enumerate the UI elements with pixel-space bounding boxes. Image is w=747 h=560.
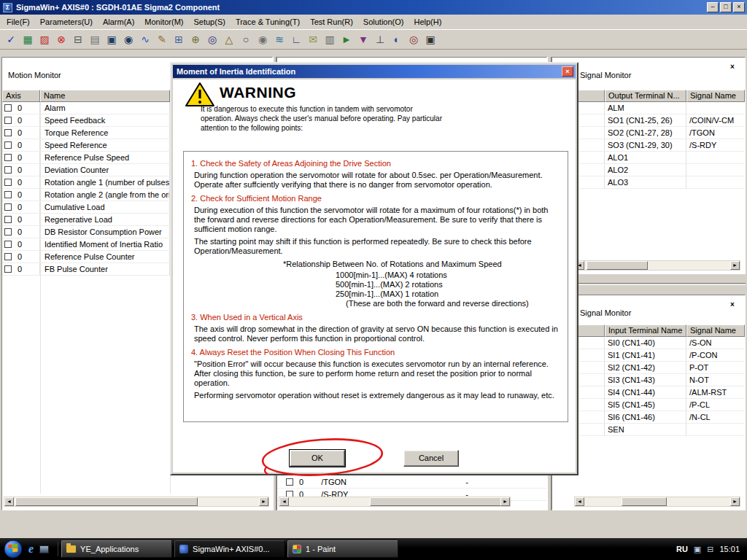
- input-signal-hscrollbar[interactable]: ◄ ►: [574, 497, 740, 507]
- row-checkbox[interactable]: [4, 216, 12, 223]
- envelope-icon[interactable]: ✉: [305, 31, 321, 47]
- scroll-right-arrow-icon[interactable]: ►: [500, 497, 510, 506]
- input-signal-row[interactable]: SI3 (CN1-43) N-OT: [552, 374, 745, 386]
- alarm-circle-x-icon[interactable]: ⊗: [53, 31, 69, 47]
- row-checkbox[interactable]: [4, 253, 12, 260]
- tray-display-icon[interactable]: ▣: [694, 545, 701, 554]
- dialog-titlebar[interactable]: Moment of Inertia Identification ×: [173, 65, 576, 78]
- scroll-right-arrow-icon[interactable]: ►: [730, 497, 740, 506]
- pencil-chart-icon[interactable]: ✎: [154, 31, 170, 47]
- scroll-right-arrow-icon[interactable]: ►: [730, 261, 740, 270]
- input-signal-row[interactable]: SI6 (CN1-46) /N-CL: [552, 411, 745, 424]
- motion-monitor-hscrollbar[interactable]: ◄ ►: [4, 497, 269, 507]
- funnel-icon[interactable]: ▼: [355, 31, 371, 47]
- hidden-monitor-row[interactable]: 0 /TGON -: [277, 476, 546, 489]
- hidden-monitor-hscrollbar[interactable]: ◄ ►: [279, 497, 511, 507]
- scroll-thumb[interactable]: [622, 497, 667, 506]
- menu-item[interactable]: Test Run(R): [305, 15, 358, 28]
- waveform-icon[interactable]: ≋: [271, 31, 287, 47]
- screen-icon[interactable]: ▣: [422, 31, 438, 47]
- search-chart-icon[interactable]: ◐: [389, 31, 405, 47]
- monitor-icon[interactable]: ▣: [104, 31, 120, 47]
- menu-item[interactable]: Trace & Tuning(T): [231, 15, 305, 28]
- menu-item[interactable]: File(F): [1, 15, 35, 28]
- cancel-button[interactable]: Cancel: [403, 450, 459, 467]
- window-titlebar[interactable]: Σ SigmaWin+ AXIS#0 : SGDH-01AE Sigma2 Co…: [0, 0, 747, 15]
- taskbar-task-paint[interactable]: 1 - Paint: [287, 540, 398, 558]
- quick-launch-app-icon[interactable]: [39, 545, 49, 553]
- antenna-icon[interactable]: ⊥: [372, 31, 388, 47]
- scroll-thumb[interactable]: [370, 497, 501, 506]
- row-checkbox[interactable]: [4, 228, 12, 236]
- input-signal-row[interactable]: SI1 (CN1-41) /P-CON: [552, 349, 745, 362]
- check-icon[interactable]: ✓: [3, 31, 19, 47]
- column-header-output-terminal[interactable]: Output Terminal N...: [605, 90, 686, 102]
- input-signal-row[interactable]: SI2 (CN1-42) P-OT: [552, 362, 745, 374]
- menu-item[interactable]: Parameters(U): [35, 15, 98, 28]
- row-checkbox[interactable]: [4, 117, 12, 124]
- scroll-thumb[interactable]: [15, 497, 198, 506]
- window-grid-icon[interactable]: ⊞: [171, 31, 187, 47]
- row-checkbox[interactable]: [286, 478, 293, 486]
- scroll-thumb[interactable]: [587, 261, 648, 270]
- xy-plot-icon[interactable]: ∟: [288, 31, 304, 47]
- row-checkbox[interactable]: [4, 166, 12, 174]
- output-signal-row[interactable]: ALO1: [552, 152, 745, 164]
- ok-button[interactable]: OK: [290, 450, 345, 467]
- magnifier-icon[interactable]: ○: [238, 31, 254, 47]
- output-signal-row[interactable]: SO1 (CN1-25, 26) /COIN/V-CM: [552, 114, 745, 127]
- row-checkbox[interactable]: [4, 191, 12, 198]
- menu-item[interactable]: Help(H): [409, 15, 446, 28]
- magnifier-graph-icon[interactable]: ◎: [204, 31, 220, 47]
- output-signal-hscrollbar[interactable]: ◄ ►: [574, 260, 740, 271]
- input-signal-row[interactable]: SI5 (CN1-45) /P-CL: [552, 399, 745, 411]
- test-run-icon[interactable]: ►: [338, 31, 355, 47]
- tray-device-icon[interactable]: ⊟: [707, 545, 713, 554]
- output-signal-row[interactable]: ALO3: [552, 176, 745, 189]
- minimize-button[interactable]: –: [707, 2, 719, 12]
- column-header-input-terminal[interactable]: Input Terminal Name: [605, 324, 686, 337]
- row-checkbox[interactable]: [4, 203, 12, 211]
- menu-item[interactable]: Alarm(A): [98, 15, 139, 28]
- input-signal-row[interactable]: SEN: [552, 424, 745, 436]
- menu-item[interactable]: Monitor(M): [139, 15, 188, 28]
- panel-close-icon[interactable]: ×: [727, 300, 738, 309]
- printer-icon[interactable]: ⊟: [70, 31, 86, 47]
- column-header-axis[interactable]: Axis: [2, 90, 40, 102]
- input-signal-row[interactable]: SI0 (CN1-40) /S-ON: [552, 337, 745, 349]
- column-header-signal-name[interactable]: Signal Name: [686, 90, 745, 102]
- scroll-left-arrow-icon[interactable]: ◄: [4, 497, 14, 506]
- scroll-right-arrow-icon[interactable]: ►: [259, 497, 268, 506]
- document-icon[interactable]: ▤: [87, 31, 103, 47]
- close-button[interactable]: ×: [733, 2, 745, 12]
- notepad-icon[interactable]: ▥: [322, 31, 338, 47]
- output-signal-row[interactable]: ALM: [552, 102, 745, 114]
- taskbar-task-ye-applications[interactable]: YE_Applications: [61, 540, 172, 558]
- output-signal-row[interactable]: SO2 (CN1-27, 28) /TGON: [552, 127, 745, 139]
- gears-icon[interactable]: ⊕: [187, 31, 204, 47]
- red-graph-icon[interactable]: ▨: [36, 31, 53, 47]
- row-checkbox[interactable]: [4, 154, 12, 161]
- restore-button[interactable]: □: [720, 2, 732, 12]
- monitor-graph-icon[interactable]: ◉: [120, 31, 136, 47]
- start-button[interactable]: [4, 540, 23, 559]
- panel-close-icon[interactable]: ×: [727, 62, 738, 71]
- output-signal-row[interactable]: SO3 (CN1-29, 30) /S-RDY: [552, 139, 745, 152]
- row-checkbox[interactable]: [4, 141, 12, 149]
- scroll-left-arrow-icon[interactable]: ◄: [575, 497, 584, 506]
- horizontal-splitter[interactable]: [551, 283, 746, 285]
- taskbar-task-sigmawin[interactable]: SigmaWin+ AXIS#0...: [174, 540, 285, 558]
- row-checkbox[interactable]: [4, 179, 12, 186]
- menu-item[interactable]: Solution(O): [358, 15, 409, 28]
- row-checkbox[interactable]: [4, 265, 12, 273]
- sine-wave-icon[interactable]: ∿: [137, 31, 153, 47]
- clock[interactable]: 15:01: [719, 545, 740, 553]
- internet-explorer-icon[interactable]: e: [28, 542, 34, 556]
- output-signal-row[interactable]: ALO2: [552, 164, 745, 176]
- dialog-close-icon[interactable]: ×: [562, 66, 573, 77]
- column-header-name[interactable]: Name: [40, 90, 170, 102]
- column-header-signal-name[interactable]: Signal Name: [686, 324, 745, 337]
- row-checkbox[interactable]: [4, 129, 12, 136]
- input-signal-row[interactable]: SI4 (CN1-44) /ALM-RST: [552, 386, 745, 399]
- gear-icon[interactable]: ◉: [255, 31, 271, 47]
